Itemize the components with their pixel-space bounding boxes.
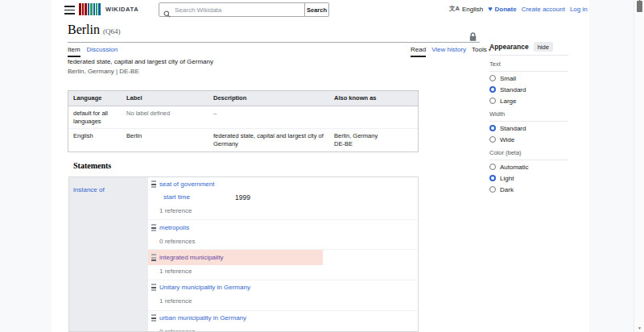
appearance-panel: Appearance hide Text Small Standard Larg…: [489, 42, 568, 197]
header-user-links: 文A English ♥ Donate Create account Log i…: [449, 5, 588, 13]
cell-aka: Berlin, Germany DE-BE: [329, 129, 418, 151]
col-description: Description: [208, 91, 329, 106]
cell-label: No label defined: [122, 106, 208, 129]
cell-description: –: [208, 106, 329, 129]
title-row: Berlin(Q64): [68, 23, 121, 37]
menu-icon[interactable]: [64, 6, 76, 15]
radio-checked-icon[interactable]: [489, 175, 496, 181]
cell-label: Berlin: [122, 129, 208, 151]
statement-value-link[interactable]: metropolis: [159, 224, 189, 231]
references-toggle[interactable]: 1 reference: [159, 207, 192, 214]
appearance-header: Appearance hide: [489, 42, 568, 56]
references-toggle[interactable]: 0 references: [159, 328, 195, 332]
heart-icon: ♥: [488, 6, 492, 13]
cell-language: English: [68, 129, 122, 151]
radio-color-automatic[interactable]: Automatic: [489, 162, 568, 172]
search-icon: [163, 6, 171, 21]
statement-list: seat of government start time 1999 1 ref…: [148, 177, 418, 331]
appearance-section-color: Color (beta) Automatic Light Dark: [489, 149, 568, 194]
page-title: Berlin: [68, 23, 100, 36]
col-label: Label: [122, 91, 208, 106]
wikidata-logo[interactable]: WIKIDATA: [79, 3, 138, 15]
references-toggle[interactable]: 1 reference: [159, 297, 192, 305]
qualifier-property-link[interactable]: start time: [163, 193, 190, 201]
references-toggle[interactable]: 0 references: [159, 238, 195, 245]
appearance-title: Appearance: [489, 43, 529, 51]
scrollbar-thumb[interactable]: [637, 1, 642, 12]
vertical-scrollbar[interactable]: ▲ ▼: [634, 0, 644, 332]
statement-metropolis: metropolis 0 references: [148, 220, 418, 250]
wikidata-logo-bars-icon: [79, 3, 101, 15]
statements-group: instance of seat of government start tim…: [68, 176, 419, 332]
radio-icon[interactable]: [489, 98, 496, 104]
rank-selector-icon[interactable]: [151, 284, 156, 291]
search-input[interactable]: [159, 2, 305, 17]
statement-seat-of-government: seat of government start time 1999 1 ref…: [148, 177, 418, 220]
table-row: English Berlin federated state, capital …: [68, 128, 418, 151]
rank-selector-icon[interactable]: [151, 314, 156, 322]
search-button[interactable]: Search: [305, 2, 329, 17]
terms-table-header: Language Label Description Also known as: [68, 91, 418, 106]
rank-selector-icon[interactable]: [151, 181, 156, 188]
appearance-hide-button[interactable]: hide: [534, 42, 553, 52]
statement-value-link[interactable]: integrated municipality: [159, 254, 224, 261]
property-column: instance of: [69, 177, 148, 331]
tab-read[interactable]: Read: [411, 46, 426, 57]
table-row: default for all languages No label defin…: [68, 106, 418, 129]
radio-icon[interactable]: [489, 75, 496, 81]
rank-selector-deprecated-icon[interactable]: [151, 254, 156, 261]
cell-language: default for all languages: [68, 106, 122, 129]
tab-view-history[interactable]: View history: [431, 46, 466, 57]
radio-checked-icon[interactable]: [489, 86, 496, 93]
section-label: Color (beta): [489, 149, 568, 160]
radio-text-standard[interactable]: Standard: [489, 85, 568, 94]
statement-value-link[interactable]: seat of government: [159, 181, 214, 188]
terms-table: Language Label Description Also known as…: [68, 90, 419, 152]
radio-icon[interactable]: [489, 186, 496, 193]
statement-urban-municipality: urban municipality in Germany 0 referenc…: [148, 311, 418, 332]
wikidata-logo-text: WIKIDATA: [105, 6, 138, 13]
wikidata-page: WIKIDATA Search 文A English ♥ Donate Crea…: [52, 0, 589, 332]
tab-item[interactable]: Item: [68, 46, 80, 57]
login-link[interactable]: Log in: [570, 6, 588, 13]
donate-label: Donate: [495, 6, 517, 13]
qualifier-value: 1999: [235, 193, 250, 201]
scroll-down-icon[interactable]: ▼: [634, 326, 644, 330]
cell-aka: [329, 106, 418, 129]
appearance-section-text: Text Small Standard Large: [489, 60, 568, 106]
references-toggle[interactable]: 1 reference: [159, 268, 192, 275]
appearance-section-width: Width Standard Wide: [489, 110, 568, 144]
entity-description: federated state, capital and largest cit…: [68, 58, 213, 65]
browser-viewport: WIKIDATA Search 文A English ♥ Donate Crea…: [0, 0, 644, 332]
section-label: Width: [489, 110, 568, 122]
statement-unitary-municipality: Unitary municipality in Germany 1 refere…: [148, 280, 418, 311]
tools-menu[interactable]: Tools▾: [472, 46, 491, 57]
radio-text-small[interactable]: Small: [489, 73, 568, 83]
title-divider: [68, 42, 480, 43]
radio-icon[interactable]: [489, 164, 496, 170]
radio-color-light[interactable]: Light: [489, 173, 568, 183]
language-icon: 文A: [449, 5, 460, 13]
language-selector[interactable]: 文A English: [449, 5, 483, 13]
section-label: Text: [489, 60, 568, 72]
statement-value-link[interactable]: urban municipality in Germany: [159, 314, 246, 322]
tab-discussion[interactable]: Discussion: [87, 46, 118, 57]
statement-integrated-municipality: integrated municipality 1 reference: [148, 250, 418, 280]
rank-selector-icon[interactable]: [151, 224, 156, 231]
cell-description: federated state, capital and largest cit…: [208, 129, 329, 151]
radio-checked-icon[interactable]: [489, 125, 496, 131]
statement-value-link[interactable]: Unitary municipality in Germany: [159, 284, 250, 291]
radio-width-wide[interactable]: Wide: [489, 135, 568, 144]
property-link-instance-of[interactable]: instance of: [73, 186, 105, 193]
entity-aliases: Berlin, Germany | DE-BE: [68, 68, 139, 75]
search-bar: Search: [159, 2, 329, 17]
donate-link[interactable]: ♥ Donate: [488, 6, 516, 13]
radio-text-large[interactable]: Large: [489, 96, 568, 106]
radio-color-dark[interactable]: Dark: [489, 185, 568, 194]
view-tabs: Read View history Tools▾: [411, 46, 491, 57]
entity-id: (Q64): [103, 27, 121, 35]
radio-width-standard[interactable]: Standard: [489, 123, 568, 133]
radio-icon[interactable]: [489, 136, 496, 143]
col-language: Language: [68, 91, 122, 106]
create-account-link[interactable]: Create account: [522, 6, 565, 13]
